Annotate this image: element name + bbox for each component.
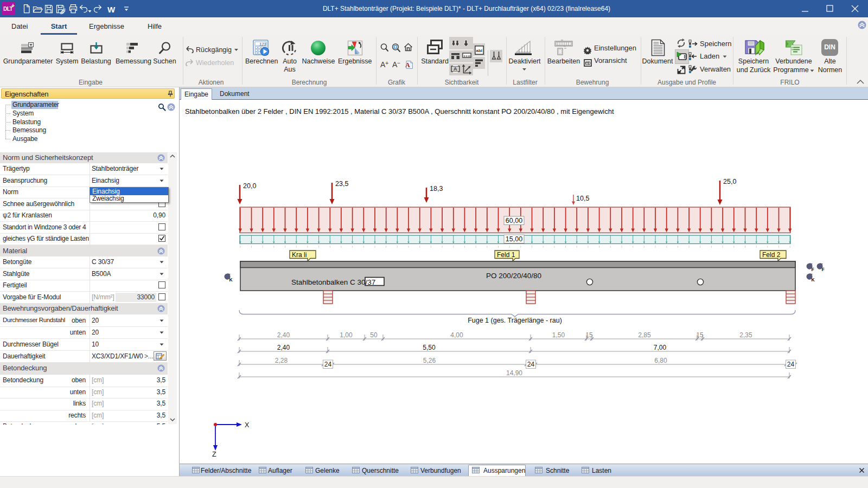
svg-text:PO 200/20/40/80: PO 200/20/40/80 xyxy=(486,272,541,280)
svg-text:5,26: 5,26 xyxy=(423,357,436,364)
svg-text:Kra li: Kra li xyxy=(292,251,307,259)
svg-text:2,85: 2,85 xyxy=(638,331,651,339)
svg-text:7,00: 7,00 xyxy=(654,344,667,351)
svg-text:K: K xyxy=(812,277,815,282)
svg-text:50: 50 xyxy=(370,331,378,339)
svg-text:X: X xyxy=(245,421,250,429)
svg-text:F: F xyxy=(812,267,814,272)
svg-text:25,0: 25,0 xyxy=(723,178,736,185)
svg-text:1,00: 1,00 xyxy=(340,331,353,339)
svg-text:1,50: 1,50 xyxy=(552,331,565,339)
svg-text:5,50: 5,50 xyxy=(423,344,436,351)
svg-text:Stahlbetonbalken C 30/37: Stahlbetonbalken C 30/37 xyxy=(291,278,375,286)
svg-text:Fuge 1 (ges. Trägerlänge - rau: Fuge 1 (ges. Trägerlänge - rau) xyxy=(468,317,562,324)
svg-text:A: A xyxy=(405,61,410,69)
svg-text:10,5: 10,5 xyxy=(576,195,589,202)
svg-text:Feld 1: Feld 1 xyxy=(497,251,515,259)
svg-text:24: 24 xyxy=(527,361,535,368)
svg-text:2,28: 2,28 xyxy=(275,357,288,364)
svg-text:F: F xyxy=(822,267,825,272)
svg-text:2,40: 2,40 xyxy=(277,344,290,351)
svg-text:15,00: 15,00 xyxy=(506,235,522,243)
svg-text:24: 24 xyxy=(787,361,795,368)
svg-text:abl: abl xyxy=(476,48,483,53)
svg-text:24: 24 xyxy=(324,361,332,368)
svg-text:20,0: 20,0 xyxy=(243,182,256,190)
svg-text:14,90: 14,90 xyxy=(506,369,522,377)
svg-text:23,5: 23,5 xyxy=(335,180,348,188)
svg-text:6,80: 6,80 xyxy=(654,357,667,364)
svg-text:2,35: 2,35 xyxy=(739,331,752,339)
svg-text:15: 15 xyxy=(585,331,593,339)
svg-text:Feld 2: Feld 2 xyxy=(762,251,781,259)
svg-text:60,00: 60,00 xyxy=(506,217,522,224)
svg-text:K: K xyxy=(229,277,233,282)
svg-text:18,3: 18,3 xyxy=(430,185,443,192)
svg-text:A: A xyxy=(454,66,457,72)
svg-text:123: 123 xyxy=(259,42,266,47)
svg-text:4,00: 4,00 xyxy=(450,331,463,339)
svg-text:15: 15 xyxy=(696,331,704,339)
svg-text:2,40: 2,40 xyxy=(277,331,290,339)
svg-text:Z: Z xyxy=(212,451,216,458)
